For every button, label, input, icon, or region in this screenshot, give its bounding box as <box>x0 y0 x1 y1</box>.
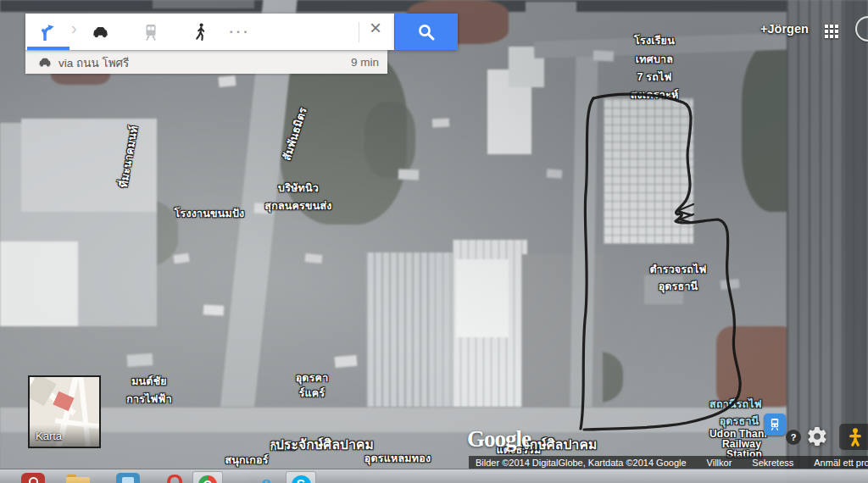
map-label: อุดรแหลมทอง <box>364 450 431 467</box>
map-label: มนต์ชัย <box>131 373 167 390</box>
map-label: ตำรวจรถไฟ <box>649 261 706 278</box>
drive-mode-button[interactable] <box>89 21 111 43</box>
taskbar[interactable]: O e S <box>0 469 868 483</box>
map-label: การไฟฟ้า <box>126 391 172 408</box>
attribution-bar: Bilder ©2014 DigitalGlobe, Kartdata ©201… <box>469 456 868 469</box>
route-summary-row[interactable]: via ถนน โพศรี 9 min <box>25 50 387 74</box>
google-maps-window: โรงเรียน เทศบาล 7 รถไฟ สงเคราะห์ ที่มะนา… <box>0 0 868 483</box>
pegman-control[interactable] <box>839 424 868 450</box>
map-label: อุดรคา <box>296 369 329 386</box>
gear-icon <box>806 425 828 447</box>
taskbar-ie-icon[interactable]: e <box>254 473 278 483</box>
station-label-thai: อุดรธานี <box>720 413 760 430</box>
terms-link[interactable]: Villkor <box>707 458 732 468</box>
search-button[interactable] <box>395 14 458 50</box>
car-icon <box>36 54 53 71</box>
map-label: ร์แคร์ <box>299 385 326 402</box>
train-icon <box>141 22 161 42</box>
active-mode-underline <box>27 47 70 50</box>
taskbar-skype-icon[interactable]: S <box>289 473 313 483</box>
map-label: 7 รถไฟ <box>637 69 671 86</box>
transit-mode-button[interactable] <box>140 21 162 43</box>
pedestrian-icon <box>191 22 211 42</box>
taskbar-display-app-icon[interactable] <box>116 473 140 483</box>
map-label: อุดรธานี <box>659 278 698 295</box>
map-label: โรงงานขนมปัง <box>175 205 245 222</box>
map-label: เทศบาล <box>636 51 673 68</box>
taskbar-folder-icon[interactable] <box>66 473 90 483</box>
more-modes-button[interactable]: ··· <box>229 21 251 43</box>
report-problem-link[interactable]: Anmäl ett problem <box>814 458 868 468</box>
road-label: ประจักษ์ศิลปาคม <box>275 434 374 455</box>
train-station-icon <box>766 416 783 433</box>
inset-label: Karta <box>36 430 62 442</box>
settings-button[interactable] <box>806 425 828 447</box>
toolbar-divider <box>359 22 359 42</box>
ellipsis-icon: ··· <box>230 25 251 40</box>
copyright-text: Bilder ©2014 DigitalGlobe, Kartdata ©201… <box>476 458 687 468</box>
close-directions-button[interactable]: × <box>364 16 387 40</box>
pegman-icon <box>846 426 865 448</box>
directions-mode-button[interactable] <box>37 21 59 43</box>
help-button[interactable]: ? <box>786 430 801 445</box>
help-label: ? <box>791 432 797 442</box>
taskbar-chrome-icon[interactable] <box>196 473 220 483</box>
map-label: สนุกเกอร์ <box>225 452 268 469</box>
taskbar-opera-icon[interactable]: O <box>163 473 186 483</box>
taskbar-media-app-icon[interactable] <box>21 473 45 483</box>
search-icon <box>416 22 437 42</box>
route-via-text: via ถนน โพศรี <box>58 53 129 72</box>
car-icon <box>90 22 111 43</box>
railway-station-marker[interactable] <box>764 414 786 436</box>
road-label: จักษ์ศิลปาคม <box>522 434 598 455</box>
directions-panel: › <box>25 14 394 50</box>
map-label: โรงเรียน <box>634 32 675 49</box>
map-label: สุกลนครขนส่ง <box>264 197 331 214</box>
google-logo: Google <box>467 426 531 452</box>
chevron-right-icon: › <box>71 19 77 38</box>
route-duration: 9 min <box>351 56 379 69</box>
directions-fork-arrow-icon <box>38 22 58 42</box>
map-type-inset-karta[interactable]: Karta <box>28 375 101 448</box>
walk-mode-button[interactable] <box>190 21 212 43</box>
account-name-link[interactable]: +Jörgen <box>760 22 809 36</box>
privacy-link[interactable]: Sekretess <box>752 458 793 468</box>
map-label: สงเคราะห์ <box>631 86 679 103</box>
apps-grid-icon[interactable] <box>825 25 828 28</box>
map-label: บริษัทนิว <box>278 180 319 197</box>
station-label-thai: สถานีรถไฟ <box>709 396 762 413</box>
